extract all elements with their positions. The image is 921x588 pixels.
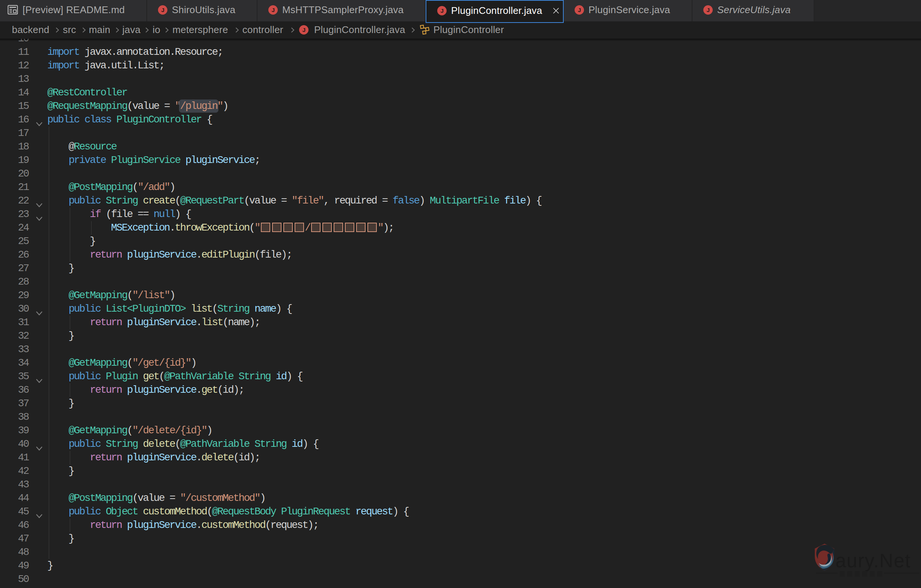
svg-text:J: J [440,8,444,14]
svg-text:J: J [302,27,306,33]
svg-text:J: J [706,7,710,13]
svg-text:J: J [271,7,275,13]
svg-text:J: J [161,7,164,13]
svg-text:J: J [578,7,581,13]
